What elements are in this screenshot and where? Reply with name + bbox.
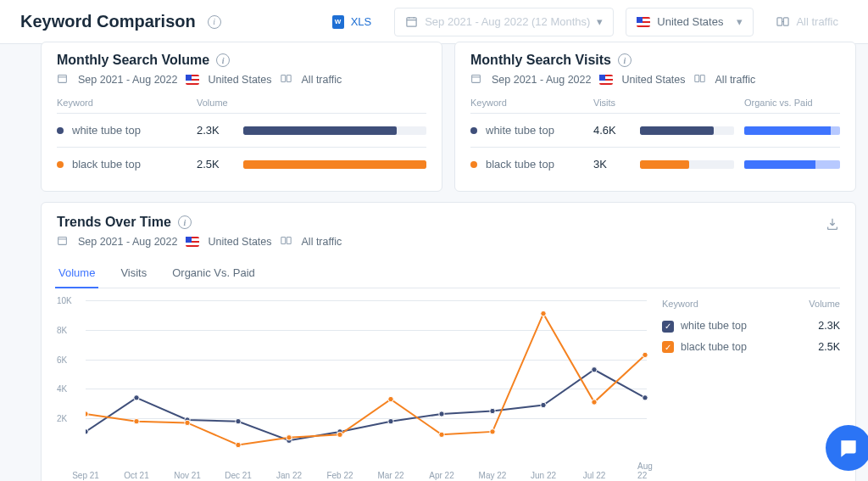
us-flag-icon [637, 17, 650, 27]
svg-point-20 [490, 408, 495, 413]
svg-point-25 [134, 418, 139, 423]
svg-rect-9 [58, 237, 67, 244]
svg-rect-8 [700, 75, 704, 81]
calendar-icon [470, 73, 483, 86]
traffic-filter[interactable]: All traffic [765, 8, 849, 36]
keyword-text: black tube top [72, 158, 141, 171]
svg-point-34 [592, 400, 597, 405]
svg-point-32 [490, 429, 495, 434]
y-tick: 6K [57, 355, 67, 364]
table-row: white tube top4.6K [470, 114, 840, 148]
us-flag-icon [599, 75, 613, 85]
x-tick: Nov 21 [174, 471, 201, 480]
date-range-label: Sep 2021 - Aug 2022 (12 Months) [425, 15, 590, 28]
legend-value: 2.3K [818, 320, 840, 332]
traffic-label: All traffic [796, 15, 838, 28]
svg-point-22 [592, 367, 597, 372]
legend-keyword: black tube top [681, 341, 747, 353]
tab-visits[interactable]: Visits [119, 260, 148, 288]
organic-paid-bar [744, 160, 840, 169]
volume-bar [243, 160, 426, 169]
svg-point-19 [439, 411, 444, 417]
x-tick: Feb 22 [326, 471, 353, 480]
x-tick: Jan 22 [276, 471, 302, 480]
legend-row[interactable]: ✓black tube top2.5K [662, 337, 840, 358]
y-tick: 2K [57, 414, 67, 423]
svg-point-31 [439, 432, 444, 437]
calendar-icon [57, 73, 70, 86]
traffic-icon [694, 73, 707, 86]
tab-organic-vs-paid[interactable]: Organic Vs. Paid [170, 260, 257, 288]
series-dot [57, 161, 64, 168]
svg-rect-2 [784, 18, 789, 25]
svg-rect-3 [58, 75, 67, 82]
calendar-icon [57, 235, 70, 248]
volume-bar [243, 126, 426, 135]
legend-row[interactable]: ✓white tube top2.3K [662, 316, 840, 337]
us-flag-icon [186, 237, 199, 247]
traffic-icon [281, 73, 293, 86]
x-tick: Mar 22 [377, 471, 403, 480]
chevron-down-icon: ▾ [597, 15, 603, 28]
traffic-icon [776, 15, 789, 28]
info-icon[interactable]: i [208, 15, 221, 29]
date-range-picker[interactable]: Sep 2021 - Aug 2022 (12 Months) ▾ [394, 8, 614, 36]
series-dot [470, 127, 477, 134]
visits-bar [640, 126, 734, 135]
svg-point-18 [388, 418, 393, 423]
card-date-range: Sep 2021 - Aug 2022 [492, 74, 591, 86]
svg-point-13 [134, 395, 139, 400]
chevron-down-icon: ▾ [737, 15, 743, 28]
legend-checkbox[interactable]: ✓ [662, 321, 674, 333]
keyword-text: black tube top [486, 158, 554, 171]
svg-point-23 [643, 395, 648, 400]
export-xls-button[interactable]: W XLS [321, 8, 383, 36]
svg-point-12 [86, 429, 88, 434]
info-icon[interactable]: i [618, 53, 632, 67]
visits-value: 3K [593, 158, 640, 171]
page-title: Keyword Comparison [20, 12, 196, 31]
tab-volume[interactable]: Volume [57, 260, 97, 288]
legend-header-keyword: Keyword [662, 299, 698, 309]
y-tick: 10K [57, 296, 72, 305]
x-tick: Aug 22 [637, 461, 653, 480]
x-tick: Dec 21 [225, 471, 252, 480]
trends-over-time-card: Trends Over Time i Sep 2021 - Aug 2022 U… [41, 202, 856, 481]
x-tick: Oct 21 [124, 471, 148, 480]
intercom-launcher[interactable] [826, 425, 868, 471]
x-tick: Apr 22 [429, 471, 453, 480]
card-date-range: Sep 2021 - Aug 2022 [78, 236, 177, 248]
legend-checkbox[interactable]: ✓ [662, 341, 674, 353]
info-icon[interactable]: i [178, 215, 192, 229]
svg-point-26 [185, 420, 190, 425]
legend-header-volume: Volume [809, 299, 840, 309]
excel-icon: W [332, 15, 344, 29]
svg-rect-4 [281, 75, 285, 81]
column-visits: Visits [593, 98, 640, 108]
country-picker[interactable]: United States ▾ [626, 8, 754, 36]
x-tick: Jun 22 [531, 471, 556, 480]
table-row: black tube top3K [470, 148, 840, 181]
column-volume: Volume [197, 98, 243, 108]
svg-point-33 [541, 310, 546, 316]
keyword-text: white tube top [486, 124, 554, 137]
export-xls-label: XLS [351, 15, 372, 28]
calendar-icon [405, 15, 418, 28]
y-tick: 8K [57, 325, 67, 334]
monthly-search-visits-card: Monthly Search Visits i Sep 2021 - Aug 2… [454, 42, 856, 192]
series-dot [57, 127, 64, 134]
card-country: United States [621, 74, 685, 86]
legend-value: 2.5K [818, 341, 840, 353]
column-organic-paid: Organic vs. Paid [734, 98, 840, 108]
svg-rect-0 [407, 18, 416, 26]
traffic-icon [281, 235, 293, 248]
card-date-range: Sep 2021 - Aug 2022 [78, 74, 177, 86]
svg-point-15 [236, 418, 241, 423]
volume-value: 2.5K [197, 158, 243, 171]
download-button[interactable] [825, 216, 840, 232]
x-tick: May 22 [479, 471, 507, 480]
us-flag-icon [186, 75, 199, 85]
info-icon[interactable]: i [216, 53, 230, 67]
svg-rect-1 [777, 18, 782, 25]
svg-point-24 [86, 411, 88, 417]
